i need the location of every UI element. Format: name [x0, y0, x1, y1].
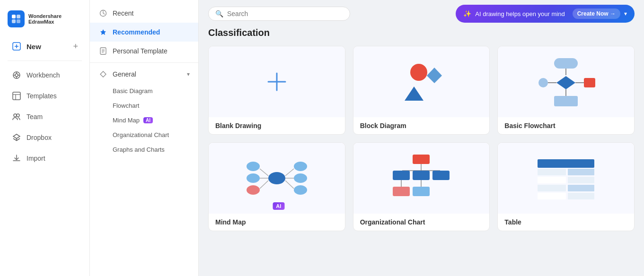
card-mind-map-label: Mind Map — [209, 214, 345, 231]
card-blank-drawing-image — [209, 46, 345, 117]
sidebar-item-new[interactable]: New + — [4, 36, 86, 56]
svg-rect-61 — [393, 187, 410, 196]
card-basic-flowchart-image — [498, 46, 634, 117]
svg-rect-67 — [568, 177, 594, 183]
search-input[interactable] — [227, 10, 343, 17]
sidebar-item-team-label: Team — [26, 113, 43, 121]
personal-template-icon — [98, 46, 108, 56]
ai-banner[interactable]: ✨ AI drawing helps open your mind Create… — [456, 5, 635, 23]
card-block-diagram-label: Block Diagram — [353, 117, 490, 134]
card-table-label: Table — [498, 214, 634, 231]
svg-rect-37 — [554, 96, 578, 106]
sidebar-item-new-label: New — [26, 43, 41, 51]
svg-rect-13 — [13, 92, 20, 100]
team-icon — [11, 112, 22, 122]
sidebar-item-dropbox[interactable]: Dropbox — [4, 128, 86, 147]
svg-rect-35 — [584, 78, 595, 87]
svg-rect-0 — [12, 15, 16, 18]
general-icon — [98, 69, 108, 79]
logo-text: Wondershare EdrawMax — [28, 13, 62, 25]
card-org-chart[interactable]: Organizational Chart — [353, 142, 490, 231]
svg-point-39 — [538, 78, 548, 87]
svg-point-28 — [410, 64, 427, 81]
ai-banner-chevron-icon: ▾ — [624, 10, 627, 17]
cards-grid: Blank Drawing Block Diagram — [208, 46, 635, 231]
general-section-left: General — [98, 69, 136, 79]
ai-banner-text: AI drawing helps open your mind — [475, 10, 565, 17]
middle-item-personal-template[interactable]: Personal Template — [90, 42, 198, 60]
card-table-image — [498, 143, 634, 214]
svg-rect-66 — [538, 177, 566, 183]
card-table[interactable]: Table — [497, 142, 635, 231]
card-mind-map[interactable]: AI Mind Map — [208, 142, 345, 231]
recent-label: Recent — [113, 9, 133, 17]
card-basic-flowchart-label: Basic Flowchart — [498, 117, 634, 134]
svg-point-45 — [294, 173, 307, 183]
svg-rect-62 — [413, 187, 430, 196]
middle-item-recent[interactable]: Recent — [90, 4, 198, 23]
card-block-diagram-image — [353, 46, 490, 117]
sidebar-item-dropbox-label: Dropbox — [26, 134, 52, 141]
card-block-diagram[interactable]: Block Diagram — [353, 46, 490, 135]
middle-panel: Recent Recommended Personal Template — [90, 0, 199, 276]
search-icon: 🔍 — [215, 10, 223, 17]
svg-rect-68 — [538, 185, 566, 191]
sub-item-org-chart[interactable]: Organizational Chart — [90, 128, 198, 142]
sidebar-item-templates[interactable]: Templates — [4, 86, 86, 106]
svg-line-47 — [260, 169, 268, 176]
svg-point-8 — [15, 74, 18, 77]
svg-point-44 — [294, 162, 307, 171]
templates-icon — [11, 91, 22, 101]
sidebar-item-team[interactable]: Team — [4, 107, 86, 127]
svg-rect-56 — [393, 171, 410, 180]
card-mind-map-image: AI — [209, 143, 345, 214]
svg-rect-3 — [17, 19, 20, 23]
card-org-chart-image — [353, 143, 490, 214]
sub-item-graphs-charts[interactable]: Graphs and Charts — [90, 142, 198, 157]
middle-divider — [90, 62, 198, 63]
sidebar-item-workbench[interactable]: Workbench — [4, 65, 86, 85]
svg-rect-69 — [568, 185, 594, 191]
svg-point-40 — [268, 172, 285, 184]
mind-map-ai-badge: AI — [143, 117, 153, 123]
svg-rect-31 — [554, 58, 578, 69]
svg-point-46 — [294, 185, 307, 195]
card-org-chart-label: Organizational Chart — [353, 214, 490, 231]
new-plus-icon: + — [73, 42, 78, 52]
general-chevron-icon: ▾ — [187, 71, 190, 78]
ai-banner-create-button[interactable]: Create Now → — [573, 9, 620, 19]
dropbox-icon — [11, 132, 22, 143]
card-basic-flowchart[interactable]: Basic Flowchart — [497, 46, 635, 135]
top-bar: 🔍 ✨ AI drawing helps open your mind Crea… — [199, 0, 644, 27]
sidebar-item-import[interactable]: Import — [4, 148, 86, 168]
classification-title: Classification — [208, 27, 635, 38]
svg-marker-30 — [405, 86, 423, 101]
card-blank-drawing-label: Blank Drawing — [209, 117, 345, 134]
svg-rect-57 — [413, 171, 430, 180]
svg-rect-58 — [432, 171, 450, 180]
mind-map-card-ai-badge: AI — [273, 202, 284, 210]
sub-item-basic-diagram[interactable]: Basic Diagram — [90, 84, 198, 98]
sub-item-flowchart[interactable]: Flowchart — [90, 98, 198, 113]
svg-line-52 — [285, 181, 294, 189]
svg-point-41 — [247, 162, 260, 171]
recommended-label: Recommended — [113, 28, 160, 36]
svg-point-42 — [247, 173, 260, 183]
sidebar-divider-1 — [8, 60, 82, 61]
svg-rect-1 — [17, 15, 20, 18]
search-box[interactable]: 🔍 — [208, 7, 350, 21]
svg-line-50 — [285, 169, 294, 176]
import-icon — [11, 153, 22, 164]
sub-item-mind-map[interactable]: Mind Map AI — [90, 113, 198, 128]
sidebar-item-templates-label: Templates — [26, 92, 57, 100]
app-logo-icon — [8, 10, 25, 27]
workbench-icon — [11, 70, 22, 80]
svg-rect-63 — [538, 159, 594, 168]
sidebar-item-workbench-label: Workbench — [26, 71, 60, 79]
middle-item-recommended[interactable]: Recommended — [90, 23, 198, 42]
general-section-header[interactable]: General ▾ — [90, 65, 198, 84]
svg-point-16 — [14, 114, 17, 117]
ai-banner-sparkle-icon: ✨ — [463, 10, 471, 17]
personal-template-label: Personal Template — [113, 47, 168, 55]
card-blank-drawing[interactable]: Blank Drawing — [208, 46, 345, 135]
